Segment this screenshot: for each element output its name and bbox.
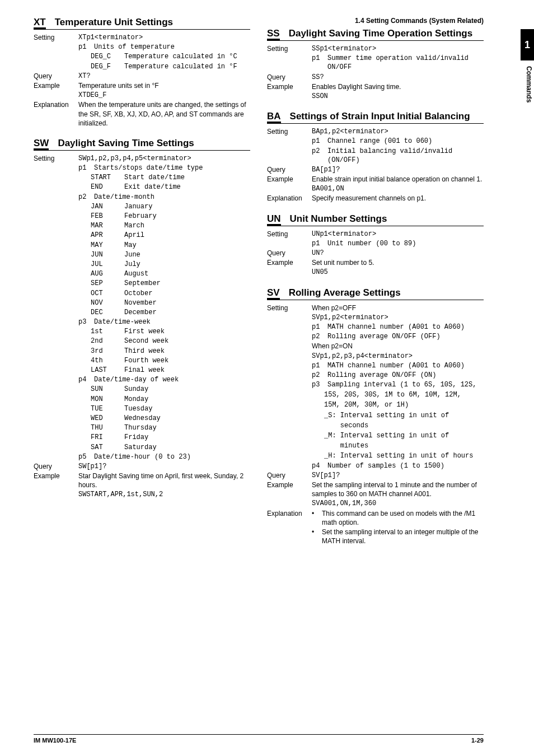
label-setting: Setting	[267, 304, 310, 312]
when-on: When p2=ON	[312, 342, 484, 351]
right-column: 1.4 Setting Commands (System Related) SS…	[267, 17, 484, 556]
param-p2: p2	[312, 371, 325, 380]
query-code: SW[p1]?	[78, 462, 250, 471]
bullet-icon: •	[312, 528, 318, 545]
example-code: BA001,ON	[312, 184, 484, 193]
query-code: SV[p1]?	[312, 471, 484, 480]
list-item: JULJuly	[34, 260, 250, 269]
cmd-code: BA	[267, 111, 281, 123]
side-tab: 1	[521, 29, 534, 60]
side-label: Commands	[525, 66, 533, 102]
label-query: Query	[267, 73, 310, 82]
param-p1: p1	[312, 239, 325, 248]
cmd-title: Unit Number Settings	[290, 213, 484, 225]
param-p1: p1	[312, 137, 325, 146]
key-end: END	[91, 183, 122, 192]
list-item: APRApril	[34, 231, 250, 240]
example-desc: Enables Daylight Saving time.	[312, 82, 484, 91]
setting-syntax: SWp1,p2,p3,p4,p5<terminator>	[78, 154, 250, 163]
list-key: 4th	[91, 356, 122, 365]
list-item: TUETuesday	[34, 404, 250, 413]
param-p1-desc: Channel range (001 to 060)	[327, 137, 484, 146]
list-key: WED	[91, 414, 122, 423]
label-setting: Setting	[34, 154, 76, 163]
list-val: Thursday	[124, 423, 250, 432]
cmd-title: Settings of Strain Input Initial Balanci…	[290, 111, 484, 122]
list-item: 4thFourth week	[34, 356, 250, 365]
param-p1-desc: Summer time operation valid/invalid ON/O…	[327, 54, 484, 72]
list-key: DEC	[91, 308, 122, 317]
list-item: OCTOctober	[34, 289, 250, 298]
list-item: FEBFebruary	[34, 212, 250, 221]
cmd-code: XT	[34, 17, 46, 29]
cmd-title: Daylight Saving Time Settings	[58, 138, 250, 149]
label-setting: Setting	[34, 33, 76, 42]
list-key: 3rd	[91, 347, 122, 356]
param-p1-desc: Starts/stops date/time type	[94, 164, 250, 172]
list-item: SUNSunday	[34, 385, 250, 394]
param-p5-desc: Date/time-hour (0 to 23)	[94, 452, 250, 461]
left-column: XT Temperature Unit Settings Setting XTp…	[34, 17, 250, 556]
list-item: WEDWednesday	[34, 414, 250, 423]
list-key: OCT	[91, 289, 122, 298]
p3-m1b: minutes	[324, 442, 368, 450]
param-p3: p3	[78, 318, 92, 326]
list-item: SEPSeptember	[34, 279, 250, 288]
cmd-code: SW	[34, 138, 49, 150]
val-end: Exit date/time	[124, 183, 250, 192]
list-key: MAR	[91, 221, 122, 230]
cmd-title: Rolling Average Settings	[289, 287, 484, 298]
param-p3: p3	[312, 380, 325, 389]
param-p2-desc: Initial balancing valid/invalid (ON/OFF)	[327, 147, 484, 165]
list-key: THU	[91, 423, 122, 432]
label-example: Example	[34, 472, 76, 489]
setting-syntax: XTp1<terminator>	[78, 33, 250, 42]
label-example: Example	[34, 81, 76, 90]
list-item: JANJanuary	[34, 202, 250, 211]
list-val: April	[124, 231, 250, 240]
cmd-code: UN	[267, 214, 281, 226]
list-val: Third week	[124, 347, 250, 356]
list-key: JUN	[91, 250, 122, 259]
list-val: March	[124, 221, 250, 230]
example-desc: Temperature units set in °F	[78, 81, 250, 90]
label-setting: Setting	[267, 44, 310, 53]
list-val: Saturday	[124, 443, 250, 452]
list-val: July	[124, 260, 250, 269]
section-number: 1	[524, 39, 530, 51]
label-example: Example	[267, 82, 310, 91]
param-p1: p1	[312, 361, 325, 370]
explanation-b2: Set the sampling interval to an integer …	[322, 528, 484, 545]
list-key: JAN	[91, 202, 122, 211]
list-item: MARMarch	[34, 221, 250, 230]
cmd-sw: SW Daylight Saving Time Settings Setting…	[34, 138, 250, 500]
list-key: 1st	[91, 327, 122, 336]
p3-s1b: seconds	[324, 422, 368, 430]
cmd-ba: BA Settings of Strain Input Initial Bala…	[267, 111, 484, 203]
param-p4-desc: Date/time-day of week	[94, 375, 250, 384]
example-code: SVA001,ON,1M,360	[312, 499, 484, 508]
list-val: September	[124, 279, 250, 288]
cmd-xt: XT Temperature Unit Settings Setting XTp…	[34, 17, 250, 128]
list-key: APR	[91, 231, 122, 240]
label-setting: Setting	[267, 230, 310, 239]
footer-left: IM MW100-17E	[34, 737, 76, 744]
when-off: When p2=OFF	[312, 304, 484, 312]
syntax-off: SVp1,p2<terminator>	[312, 313, 484, 322]
list-val: First week	[124, 327, 250, 336]
list-item: LASTFinal week	[34, 366, 250, 375]
label-setting: Setting	[267, 127, 310, 136]
val-degf: Temperature calculated in °F	[124, 62, 250, 71]
cmd-un: UN Unit Number Settings Setting UNp1<ter…	[267, 213, 484, 277]
list-key: FRI	[91, 433, 122, 442]
explanation-text: When the temperature units are changed, …	[78, 100, 250, 128]
cmd-ss: SS Daylight Saving Time Operation Settin…	[267, 28, 484, 101]
list-key: NOV	[91, 298, 122, 307]
label-explanation: Explanation	[34, 100, 76, 128]
list-item: NOVNovember	[34, 298, 250, 307]
cmd-title: Temperature Unit Settings	[55, 17, 250, 28]
list-key: 2nd	[91, 337, 122, 346]
list-val: June	[124, 250, 250, 259]
param-p2: p2	[312, 332, 325, 341]
param-p1: p1	[78, 164, 92, 172]
